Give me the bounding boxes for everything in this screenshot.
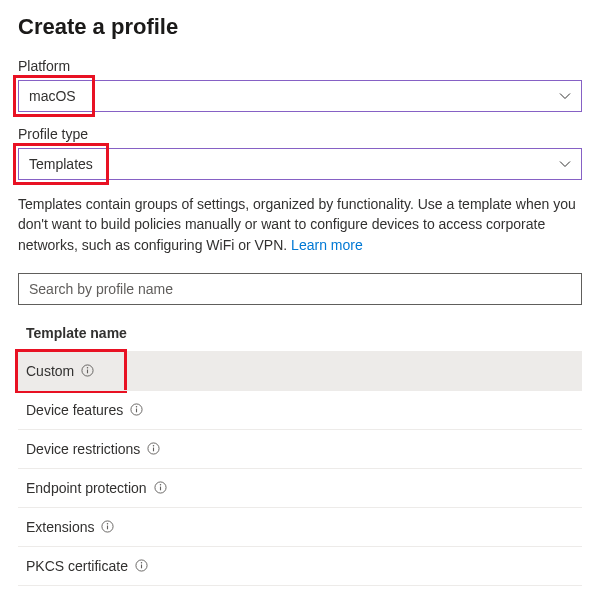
profile-type-select[interactable]: Templates [18,148,582,180]
info-icon[interactable] [154,481,167,494]
info-icon[interactable] [147,442,160,455]
template-name: Extensions [26,519,94,535]
template-row-custom[interactable]: Custom [18,351,582,390]
template-name: Device restrictions [26,441,140,457]
template-name-header: Template name [18,319,582,351]
platform-label: Platform [18,58,582,74]
template-row-device-features[interactable]: Device features [18,390,582,429]
template-name: Custom [26,363,74,379]
svg-rect-14 [107,526,108,530]
profile-type-value: Templates [29,156,93,172]
profile-type-label: Profile type [18,126,582,142]
svg-rect-5 [136,409,137,413]
description-text: Templates contain groups of settings, or… [18,194,582,255]
template-row-endpoint-protection[interactable]: Endpoint protection [18,468,582,507]
info-icon[interactable] [81,364,94,377]
info-icon[interactable] [135,559,148,572]
svg-point-7 [153,445,154,446]
template-row-pkcs-certificate[interactable]: PKCS certificate [18,546,582,585]
chevron-down-icon [559,90,571,102]
svg-point-10 [159,484,160,485]
template-row-extensions[interactable]: Extensions [18,507,582,546]
page-title: Create a profile [18,14,582,40]
svg-rect-2 [87,370,88,374]
svg-point-4 [136,406,137,407]
info-icon[interactable] [130,403,143,416]
svg-point-13 [107,523,108,524]
platform-select[interactable]: macOS [18,80,582,112]
template-name: Endpoint protection [26,480,147,496]
learn-more-link[interactable]: Learn more [291,237,363,253]
template-name: PKCS certificate [26,558,128,574]
platform-value: macOS [29,88,76,104]
templates-list: Custom Device features Device restrictio… [18,351,582,586]
svg-point-16 [141,562,142,563]
svg-rect-8 [153,448,154,452]
svg-rect-11 [160,487,161,491]
info-icon[interactable] [101,520,114,533]
chevron-down-icon [559,158,571,170]
search-input[interactable] [18,273,582,305]
svg-rect-17 [141,565,142,569]
template-name: Device features [26,402,123,418]
svg-point-1 [87,367,88,368]
template-row-device-restrictions[interactable]: Device restrictions [18,429,582,468]
